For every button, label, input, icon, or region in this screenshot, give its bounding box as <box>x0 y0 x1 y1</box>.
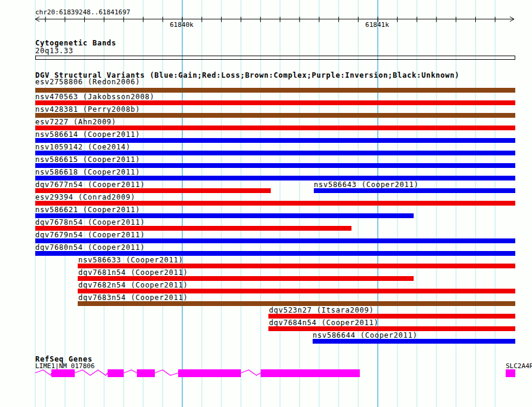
variant-bar-loss[interactable] <box>35 226 351 231</box>
variant-label[interactable]: dgv7681n54 (Cooper2011) <box>78 270 188 276</box>
gene-exon[interactable] <box>261 369 360 377</box>
gene-intron-line <box>124 370 137 373</box>
variant-label[interactable]: esv29394 (Conrad2009) <box>35 194 135 201</box>
cytogenetic-band-glyph[interactable] <box>35 56 515 60</box>
variant-label[interactable]: nsv1059142 (Coe2014) <box>35 144 131 151</box>
ruler-tick-label: 61840k <box>170 22 194 28</box>
variant-bar-loss[interactable] <box>35 188 271 193</box>
gene-exon[interactable] <box>137 369 155 377</box>
variant-bar-loss[interactable] <box>78 276 414 281</box>
variant-bar-loss[interactable] <box>268 326 515 331</box>
gene-exon[interactable] <box>108 369 124 377</box>
variant-bar-complex[interactable] <box>78 301 515 306</box>
variant-bar-loss[interactable] <box>78 289 515 293</box>
variant-label[interactable]: nsv586614 (Cooper2011) <box>35 131 140 138</box>
variant-label[interactable]: nsv586643 (Cooper2011) <box>314 182 418 188</box>
variant-bar-gain[interactable] <box>35 176 515 180</box>
variant-label[interactable]: dgv7683n54 (Cooper2011) <box>78 295 188 301</box>
variant-label[interactable]: dgv7680n54 (Cooper2011) <box>35 244 145 251</box>
variant-bar-loss[interactable] <box>268 314 515 319</box>
ruler-axis <box>0 0 532 30</box>
gene-intron-line <box>35 370 51 375</box>
cytogenetic-bands-heading: Cytogenetic Bands <box>35 40 117 47</box>
variant-label[interactable]: nsv586621 (Cooper2011) <box>35 207 140 213</box>
gene-exon[interactable] <box>51 369 75 377</box>
variant-bar-gain[interactable] <box>35 213 414 218</box>
variant-label[interactable]: esv2758806 (Redon2006) <box>35 79 140 85</box>
variant-bar-gain[interactable] <box>314 188 515 193</box>
variant-label[interactable]: nsv586615 (Cooper2011) <box>35 157 140 163</box>
variant-bar-loss[interactable] <box>78 264 515 268</box>
variant-label[interactable]: nsv586644 (Cooper2011) <box>313 332 417 339</box>
variant-bar-gain[interactable] <box>35 151 515 155</box>
gene-exon[interactable] <box>506 369 515 377</box>
variant-label[interactable]: dgv7684n54 (Cooper2011) <box>269 320 378 326</box>
genome-browser: chr20:61839248..61841697 61840k61841k Cy… <box>0 0 532 407</box>
variant-bar-gain[interactable] <box>35 138 515 143</box>
variant-bar-gain[interactable] <box>313 339 515 344</box>
variant-label[interactable]: nsv586633 (Cooper2011) <box>78 257 183 264</box>
variant-label[interactable]: nsv428381 (Perry2008b) <box>35 106 140 113</box>
variant-label[interactable]: dgv7677n54 (Cooper2011) <box>35 182 145 188</box>
variant-label[interactable]: dgv7679n54 (Cooper2011) <box>35 232 145 238</box>
variant-bar-loss[interactable] <box>35 100 515 105</box>
variant-label[interactable]: dgv523n27 (Itsara2009) <box>269 307 374 314</box>
ruler-tick-label: 61841k <box>365 22 389 28</box>
variant-label[interactable]: dgv7682n54 (Cooper2011) <box>78 282 188 289</box>
gene-exon[interactable] <box>178 369 241 377</box>
variant-bar-loss[interactable] <box>35 201 515 206</box>
variant-bar-loss[interactable] <box>35 126 515 130</box>
variant-bar-gain[interactable] <box>35 251 515 256</box>
variant-bar-complex[interactable] <box>35 88 515 93</box>
variant-bar-gain[interactable] <box>35 238 515 243</box>
variant-label[interactable]: esv7227 (Ahn2009) <box>35 119 117 126</box>
variant-label[interactable]: dgv7678n54 (Cooper2011) <box>35 219 145 226</box>
variant-bar-complex[interactable] <box>35 113 515 118</box>
variant-label[interactable]: nsv586618 (Cooper2011) <box>35 169 140 176</box>
gene-intron-line <box>155 370 178 375</box>
gene-intron-line <box>241 370 261 375</box>
gene-intron-line <box>75 370 108 375</box>
variant-label[interactable]: nsv470563 (Jakobsson2008) <box>35 94 154 100</box>
cytogenetic-band-label: 20q13.33 <box>35 48 74 54</box>
variant-bar-gain[interactable] <box>35 163 515 168</box>
